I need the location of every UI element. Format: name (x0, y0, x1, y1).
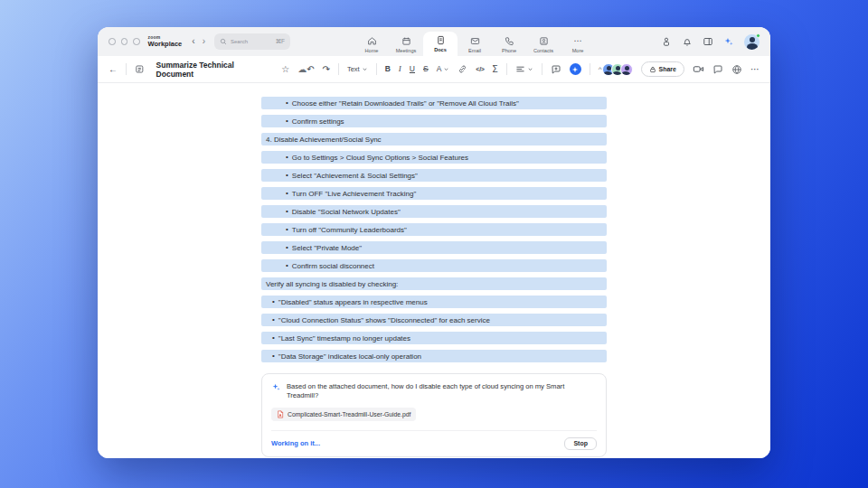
home-icon (367, 36, 377, 46)
doc-line[interactable]: •"Disabled" status appears in respective… (261, 296, 607, 308)
maximize-window-button[interactable] (133, 38, 140, 45)
doc-line[interactable]: •Choose either "Retain Downloaded Trails… (261, 97, 607, 109)
add-comment-icon[interactable] (551, 64, 561, 75)
doc-line[interactable]: •Go to Settings > Cloud Sync Options > S… (261, 151, 607, 164)
calendar-icon (401, 36, 411, 46)
tab-more[interactable]: ⋯ More (561, 33, 595, 56)
history-forward-button[interactable]: › (203, 37, 205, 46)
ai-companion-button[interactable] (570, 63, 581, 75)
search-icon (220, 38, 227, 45)
doc-line[interactable]: •Turn OFF "Live Achievement Tracking" (261, 187, 607, 200)
globe-icon[interactable] (731, 64, 742, 75)
bullet: • (286, 99, 288, 107)
tab-email[interactable]: Email (458, 33, 492, 56)
document-toolbar: ← Summarize Technical Document ☆ ☁ ↶ ↷ T… (98, 56, 770, 83)
doc-line[interactable]: •"Last Sync" timestamp no longer updates (261, 332, 607, 344)
document-title: Summarize Technical Document (156, 61, 270, 79)
share-button[interactable]: Share (641, 61, 684, 77)
bullet: • (272, 316, 275, 324)
tab-phone[interactable]: Phone (492, 33, 526, 56)
zoom-workplace-window: zoom Workplace ‹ › Search ⌘F Home Meetin… (98, 27, 770, 458)
ai-sparkle-icon[interactable] (723, 36, 734, 47)
profile-icon[interactable] (661, 36, 672, 47)
doc-line[interactable]: •Confirm settings (261, 115, 607, 127)
ai-status-text: Working on it... (271, 439, 320, 447)
doc-line[interactable]: •Disable "Social Network Updates" (261, 205, 607, 218)
notifications-bell-icon[interactable] (682, 36, 693, 47)
collaborator-avatars (602, 63, 633, 76)
collaborator-avatar[interactable] (620, 63, 633, 76)
titlebar-right-icons (661, 34, 760, 50)
attachment-chip[interactable]: Complicated-Smart-Treadmill-User-Guide.p… (271, 408, 416, 421)
minimize-window-button[interactable] (121, 38, 128, 45)
doc-line[interactable]: 4. Disable Achievement/Social Sync (261, 133, 607, 145)
zoom-workplace-logo: zoom Workplace (148, 35, 183, 48)
back-button[interactable]: ← (108, 65, 118, 74)
history-back-button[interactable]: ‹ (192, 37, 194, 46)
tab-docs[interactable]: Docs (423, 32, 458, 56)
chat-icon[interactable] (712, 64, 723, 75)
search-input[interactable]: Search ⌘F (214, 33, 290, 50)
attachment-filename: Complicated-Smart-Treadmill-User-Guide.p… (288, 411, 410, 418)
redo-button[interactable]: ↷ (323, 65, 330, 74)
doc-line[interactable]: •Turn off "Community Leaderboards" (261, 223, 607, 236)
text-style-dropdown[interactable]: Text (347, 66, 368, 73)
strikethrough-button[interactable]: S (423, 65, 429, 73)
tab-meetings[interactable]: Meetings (389, 33, 423, 56)
more-options-button[interactable]: ⋯ (750, 65, 760, 74)
chevron-down-icon (443, 66, 449, 72)
list-align-dropdown[interactable] (515, 64, 533, 74)
ai-star-icon (571, 66, 579, 73)
doc-line[interactable]: Verify all syncing is disabled by checki… (261, 277, 607, 290)
bullet: • (272, 352, 275, 360)
stop-button[interactable]: Stop (564, 437, 597, 450)
more-dots-icon: ⋯ (574, 36, 582, 46)
align-lines-icon (515, 64, 525, 74)
docs-home-icon[interactable] (135, 64, 145, 74)
bullet: • (272, 298, 275, 305)
bullet: • (286, 117, 288, 125)
undo-button[interactable]: ↶ (307, 65, 314, 74)
ai-sparkle-icon (271, 382, 281, 392)
underline-button[interactable]: U (410, 65, 415, 73)
formula-button[interactable]: Σ (493, 65, 498, 74)
bullet: • (286, 154, 288, 161)
ai-companion-panel: Based on the attached document, how do I… (261, 373, 607, 457)
bullet: • (286, 172, 288, 179)
tab-contacts[interactable]: Contacts (526, 33, 561, 56)
bold-button[interactable]: B (385, 65, 391, 73)
text-color-dropdown[interactable]: A (437, 65, 450, 73)
doc-toolbar-left: ← Summarize Technical Document ☆ ☁ (108, 61, 307, 79)
doc-line[interactable]: •Confirm social disconnect (261, 259, 607, 272)
bullet: • (286, 190, 288, 197)
side-panel-icon[interactable] (703, 36, 713, 47)
bullet: • (272, 334, 275, 342)
divider (338, 63, 339, 75)
doc-line[interactable]: •Select "Achievement & Social Settings" (261, 169, 607, 182)
favorite-star-button[interactable]: ☆ (281, 65, 289, 74)
search-placeholder: Search (231, 39, 249, 45)
close-window-button[interactable] (108, 38, 116, 45)
divider (506, 63, 507, 75)
email-icon (470, 36, 480, 46)
ai-prompt-text: Based on the attached document, how do I… (287, 382, 597, 401)
brand-workplace: Workplace (148, 41, 183, 48)
video-call-icon[interactable] (693, 63, 704, 75)
document-canvas[interactable]: •Choose either "Retain Downloaded Trails… (98, 83, 770, 458)
chevron-down-icon (362, 66, 368, 72)
insert-link-icon[interactable] (458, 64, 467, 74)
doc-line[interactable]: •"Cloud Connection Status" shows "Discon… (261, 314, 607, 326)
doc-line[interactable]: •Select "Private Mode" (261, 241, 607, 254)
doc-line[interactable]: •"Data Storage" indicates local-only ope… (261, 350, 607, 362)
lock-icon (649, 66, 656, 73)
user-avatar[interactable] (744, 34, 760, 50)
bullet: • (286, 244, 288, 251)
highlighted-lines: •Choose either "Retain Downloaded Trails… (261, 97, 607, 362)
italic-button[interactable]: I (399, 65, 401, 73)
ai-prompt-row: Based on the attached document, how do I… (271, 382, 597, 401)
main-nav-tabs: Home Meetings Docs Email Phone Contacts (354, 32, 595, 56)
code-block-button[interactable]: </> (476, 66, 484, 72)
tab-home[interactable]: Home (354, 33, 389, 56)
chevron-down-icon (527, 66, 533, 72)
window-titlebar: zoom Workplace ‹ › Search ⌘F Home Meetin… (98, 27, 770, 56)
